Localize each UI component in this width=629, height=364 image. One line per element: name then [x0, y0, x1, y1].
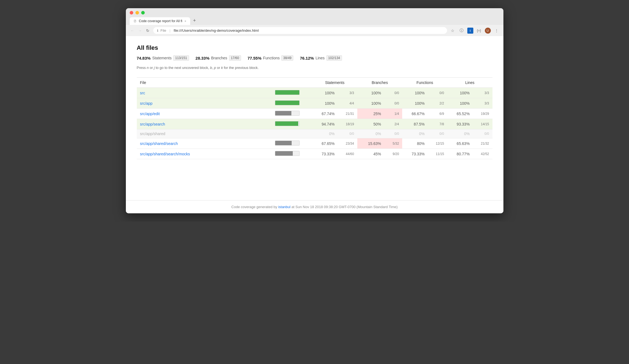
file-cell: src/app/shared [137, 129, 272, 138]
line-pct-cell: 65.63% [447, 138, 473, 149]
func-pct-cell: 80% [402, 138, 428, 149]
func-frac-cell: 6/9 [428, 109, 447, 119]
url-bar[interactable]: ℹ File | file:///Users/mraible/dev/ng-de… [153, 27, 447, 34]
branches-metric: 28.33% Branches 17/60 [196, 55, 241, 61]
url-separator: | [169, 28, 170, 33]
func-frac-cell: 2/2 [428, 98, 447, 109]
bar-cell [272, 138, 312, 149]
file-link[interactable]: src/app/shared/search/mocks [140, 152, 190, 156]
file-cell[interactable]: src/app/shared/search/mocks [137, 149, 272, 159]
forward-button[interactable]: → [137, 28, 143, 33]
file-link[interactable]: src/app [140, 101, 153, 106]
branch-frac-cell: 0/0 [384, 129, 402, 138]
stmt-frac-cell: 18/19 [338, 119, 357, 129]
back-button[interactable]: ← [130, 28, 135, 33]
func-frac-cell: 11/15 [428, 149, 447, 159]
file-cell[interactable]: src [137, 88, 272, 98]
table-row: src/app/shared0%0/00%0/00%0/00%0/0 [137, 129, 492, 138]
line-frac-cell: 42/52 [473, 149, 492, 159]
file-cell[interactable]: src/app/search [137, 119, 272, 129]
tab-close-button[interactable]: × [184, 19, 186, 23]
table-row: src100%3/3100%0/0100%0/0100%3/3 [137, 88, 492, 98]
coverage-bar-fill [275, 90, 299, 95]
line-pct-cell: 80.77% [447, 149, 473, 159]
extension-icon[interactable]: i [467, 28, 473, 34]
toolbar-icons: ☆ ⓘ i {=} U ⋮ [450, 28, 500, 34]
col-header-branches: Branches [357, 78, 402, 88]
file-link[interactable]: src/app/shared/search [140, 141, 178, 146]
func-pct-cell: 73.33% [402, 149, 428, 159]
col-header-statements: Statements [312, 78, 357, 88]
branch-pct-cell: 100% [357, 88, 384, 98]
devtools-icon[interactable]: {=} [476, 28, 482, 34]
line-frac-cell: 3/3 [473, 98, 492, 109]
file-cell[interactable]: src/app/shared/search [137, 138, 272, 149]
branches-label: Branches [211, 56, 227, 60]
stmt-frac-cell: 44/60 [338, 149, 357, 159]
bar-cell [272, 88, 312, 98]
statements-label: Statements [152, 56, 172, 60]
lines-badge: 102/134 [326, 55, 342, 61]
coverage-bar [275, 121, 300, 126]
func-pct-cell: 100% [402, 88, 428, 98]
url-scheme-label: File [161, 28, 166, 33]
statements-pct: 74.83% [137, 56, 151, 60]
coverage-bar-fill [275, 121, 298, 126]
file-link[interactable]: src [140, 91, 145, 95]
stmt-frac-cell: 0/0 [338, 129, 357, 138]
new-tab-button[interactable]: + [191, 17, 198, 24]
coverage-bar [275, 100, 300, 105]
functions-pct: 77.55% [248, 56, 262, 60]
refresh-button[interactable]: ↻ [145, 28, 150, 33]
file-cell[interactable]: src/app/edit [137, 109, 272, 119]
keyboard-hint: Press n or j to go to the next uncovered… [137, 66, 492, 70]
page-content: All files 74.83% Statements 113/151 28.3… [126, 36, 503, 200]
table-header-row: File Statements Branches Functions Lines [137, 78, 492, 88]
bookmark-icon[interactable]: ☆ [450, 28, 456, 34]
statements-metric: 74.83% Statements 113/151 [137, 55, 189, 61]
tab-page-icon: 🗋 [134, 19, 137, 23]
footer-tool-link[interactable]: istanbul [278, 205, 291, 209]
functions-badge: 38/49 [281, 55, 293, 61]
func-pct-cell: 0% [402, 129, 428, 138]
stmt-pct-cell: 73.33% [312, 149, 338, 159]
page-footer: Code coverage generated by istanbul at S… [126, 200, 503, 213]
browser-window: 🗋 Code coverage report for All fi × + ← … [126, 8, 503, 213]
bar-cell [272, 98, 312, 109]
table-row: src/app/search94.74%18/1950%2/487.5%7/89… [137, 119, 492, 129]
coverage-bar [275, 141, 300, 145]
avatar-icon[interactable]: U [485, 28, 491, 34]
maximize-button[interactable] [141, 11, 145, 14]
func-pct-cell: 66.67% [402, 109, 428, 119]
table-row: src/app/shared/search67.65%23/3415.63%5/… [137, 138, 492, 149]
minimize-button[interactable] [135, 11, 139, 14]
branch-frac-cell: 9/20 [384, 149, 402, 159]
bar-cell [272, 129, 312, 138]
lines-metric: 76.12% Lines 102/134 [300, 55, 342, 61]
stmt-frac-cell: 3/3 [338, 88, 357, 98]
menu-button[interactable]: ⋮ [494, 28, 500, 34]
coverage-bar-fill [275, 101, 299, 105]
file-link[interactable]: src/app/search [140, 122, 165, 126]
statements-badge: 113/151 [173, 55, 189, 61]
browser-titlebar: 🗋 Code coverage report for All fi × + [126, 8, 503, 25]
line-pct-cell: 0% [447, 129, 473, 138]
file-link[interactable]: src/app/edit [140, 112, 160, 116]
branch-frac-cell: 5/32 [384, 138, 402, 149]
file-cell[interactable]: src/app [137, 98, 272, 109]
branch-pct-cell: 100% [357, 98, 384, 109]
coverage-table: File Statements Branches Functions Lines… [137, 78, 492, 159]
active-tab[interactable]: 🗋 Code coverage report for All fi × [130, 17, 190, 25]
func-frac-cell: 7/8 [428, 119, 447, 129]
stmt-pct-cell: 94.74% [312, 119, 338, 129]
tab-bar: 🗋 Code coverage report for All fi × + [130, 17, 500, 25]
branch-pct-cell: 0% [357, 129, 384, 138]
line-pct-cell: 100% [447, 88, 473, 98]
stmt-frac-cell: 21/31 [338, 109, 357, 119]
info-icon[interactable]: ⓘ [459, 28, 465, 34]
lines-pct: 76.12% [300, 56, 314, 60]
branch-pct-cell: 45% [357, 149, 384, 159]
coverage-bar [275, 90, 300, 95]
close-button[interactable] [130, 11, 133, 14]
func-frac-cell: 12/15 [428, 138, 447, 149]
